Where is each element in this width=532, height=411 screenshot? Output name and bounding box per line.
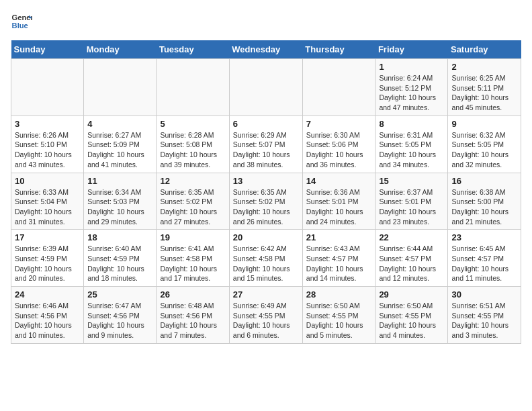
day-number: 14 bbox=[306, 176, 372, 186]
calendar-cell bbox=[157, 59, 229, 116]
calendar-week-row: 1Sunrise: 6:24 AM Sunset: 5:12 PM Daylig… bbox=[11, 59, 521, 116]
calendar-cell: 13Sunrise: 6:35 AM Sunset: 5:02 PM Dayli… bbox=[229, 173, 302, 230]
weekday-header: Friday bbox=[375, 40, 448, 59]
day-info: Sunrise: 6:44 AM Sunset: 4:57 PM Dayligh… bbox=[379, 244, 444, 283]
calendar-cell: 7Sunrise: 6:30 AM Sunset: 5:06 PM Daylig… bbox=[302, 116, 375, 173]
day-info: Sunrise: 6:47 AM Sunset: 4:56 PM Dayligh… bbox=[87, 301, 152, 340]
day-info: Sunrise: 6:26 AM Sunset: 5:10 PM Dayligh… bbox=[15, 130, 80, 170]
day-number: 13 bbox=[233, 176, 299, 186]
day-number: 8 bbox=[379, 119, 444, 129]
day-info: Sunrise: 6:29 AM Sunset: 5:07 PM Dayligh… bbox=[233, 130, 299, 170]
weekday-header: Tuesday bbox=[157, 40, 229, 59]
day-info: Sunrise: 6:46 AM Sunset: 4:56 PM Dayligh… bbox=[15, 301, 80, 340]
calendar-week-row: 24Sunrise: 6:46 AM Sunset: 4:56 PM Dayli… bbox=[11, 287, 521, 344]
day-number: 20 bbox=[233, 232, 299, 242]
day-info: Sunrise: 6:39 AM Sunset: 4:59 PM Dayligh… bbox=[15, 244, 80, 283]
calendar-cell: 11Sunrise: 6:34 AM Sunset: 5:03 PM Dayli… bbox=[84, 173, 157, 230]
day-number: 7 bbox=[306, 119, 372, 129]
calendar-cell: 28Sunrise: 6:50 AM Sunset: 4:55 PM Dayli… bbox=[302, 287, 375, 344]
day-number: 19 bbox=[160, 232, 225, 242]
day-info: Sunrise: 6:45 AM Sunset: 4:57 PM Dayligh… bbox=[451, 244, 517, 283]
calendar-header: SundayMondayTuesdayWednesdayThursdayFrid… bbox=[11, 40, 521, 59]
calendar-cell: 29Sunrise: 6:50 AM Sunset: 4:55 PM Dayli… bbox=[375, 287, 448, 344]
calendar-week-row: 3Sunrise: 6:26 AM Sunset: 5:10 PM Daylig… bbox=[11, 116, 521, 173]
calendar-cell: 1Sunrise: 6:24 AM Sunset: 5:12 PM Daylig… bbox=[375, 59, 448, 116]
svg-text:Blue: Blue bbox=[12, 21, 28, 30]
calendar-cell: 24Sunrise: 6:46 AM Sunset: 4:56 PM Dayli… bbox=[11, 287, 84, 344]
day-info: Sunrise: 6:32 AM Sunset: 5:05 PM Dayligh… bbox=[451, 130, 517, 170]
day-number: 12 bbox=[160, 176, 225, 186]
day-info: Sunrise: 6:37 AM Sunset: 5:01 PM Dayligh… bbox=[379, 187, 444, 227]
day-info: Sunrise: 6:42 AM Sunset: 4:58 PM Dayligh… bbox=[233, 244, 299, 283]
calendar-cell: 2Sunrise: 6:25 AM Sunset: 5:11 PM Daylig… bbox=[448, 59, 521, 116]
day-info: Sunrise: 6:49 AM Sunset: 4:55 PM Dayligh… bbox=[233, 301, 299, 340]
calendar-cell: 22Sunrise: 6:44 AM Sunset: 4:57 PM Dayli… bbox=[375, 230, 448, 287]
calendar-cell: 14Sunrise: 6:36 AM Sunset: 5:01 PM Dayli… bbox=[302, 173, 375, 230]
day-number: 10 bbox=[15, 176, 80, 186]
calendar-cell: 15Sunrise: 6:37 AM Sunset: 5:01 PM Dayli… bbox=[375, 173, 448, 230]
day-info: Sunrise: 6:48 AM Sunset: 4:56 PM Dayligh… bbox=[160, 301, 225, 340]
day-info: Sunrise: 6:35 AM Sunset: 5:02 PM Dayligh… bbox=[160, 187, 225, 227]
day-number: 23 bbox=[451, 232, 517, 242]
calendar-cell: 23Sunrise: 6:45 AM Sunset: 4:57 PM Dayli… bbox=[448, 230, 521, 287]
calendar-cell: 3Sunrise: 6:26 AM Sunset: 5:10 PM Daylig… bbox=[11, 116, 84, 173]
calendar-cell: 12Sunrise: 6:35 AM Sunset: 5:02 PM Dayli… bbox=[157, 173, 229, 230]
day-number: 30 bbox=[451, 289, 517, 300]
day-number: 28 bbox=[306, 289, 372, 300]
day-info: Sunrise: 6:28 AM Sunset: 5:08 PM Dayligh… bbox=[160, 130, 225, 170]
calendar-week-row: 10Sunrise: 6:33 AM Sunset: 5:04 PM Dayli… bbox=[11, 173, 521, 230]
day-number: 15 bbox=[379, 176, 444, 186]
day-info: Sunrise: 6:34 AM Sunset: 5:03 PM Dayligh… bbox=[87, 187, 152, 227]
day-number: 17 bbox=[15, 232, 80, 242]
day-number: 2 bbox=[451, 62, 517, 72]
day-number: 25 bbox=[87, 289, 152, 300]
day-info: Sunrise: 6:31 AM Sunset: 5:05 PM Dayligh… bbox=[379, 130, 444, 170]
weekday-header: Thursday bbox=[302, 40, 375, 59]
calendar-cell: 16Sunrise: 6:38 AM Sunset: 5:00 PM Dayli… bbox=[448, 173, 521, 230]
calendar-cell: 19Sunrise: 6:41 AM Sunset: 4:58 PM Dayli… bbox=[157, 230, 229, 287]
day-info: Sunrise: 6:38 AM Sunset: 5:00 PM Dayligh… bbox=[451, 187, 517, 227]
day-info: Sunrise: 6:41 AM Sunset: 4:58 PM Dayligh… bbox=[160, 244, 225, 283]
day-info: Sunrise: 6:51 AM Sunset: 4:55 PM Dayligh… bbox=[451, 301, 517, 340]
day-info: Sunrise: 6:40 AM Sunset: 4:59 PM Dayligh… bbox=[87, 244, 152, 283]
day-info: Sunrise: 6:24 AM Sunset: 5:12 PM Dayligh… bbox=[379, 73, 444, 113]
day-info: Sunrise: 6:30 AM Sunset: 5:06 PM Dayligh… bbox=[306, 130, 372, 170]
day-info: Sunrise: 6:43 AM Sunset: 4:57 PM Dayligh… bbox=[306, 244, 372, 283]
calendar-cell: 8Sunrise: 6:31 AM Sunset: 5:05 PM Daylig… bbox=[375, 116, 448, 173]
day-info: Sunrise: 6:27 AM Sunset: 5:09 PM Dayligh… bbox=[87, 130, 152, 170]
day-info: Sunrise: 6:36 AM Sunset: 5:01 PM Dayligh… bbox=[306, 187, 372, 227]
weekday-header: Saturday bbox=[448, 40, 521, 59]
calendar-cell bbox=[84, 59, 157, 116]
day-number: 26 bbox=[160, 289, 225, 300]
calendar-cell: 20Sunrise: 6:42 AM Sunset: 4:58 PM Dayli… bbox=[229, 230, 302, 287]
calendar-cell: 25Sunrise: 6:47 AM Sunset: 4:56 PM Dayli… bbox=[84, 287, 157, 344]
calendar-cell: 4Sunrise: 6:27 AM Sunset: 5:09 PM Daylig… bbox=[84, 116, 157, 173]
day-number: 3 bbox=[15, 119, 80, 129]
calendar-cell: 5Sunrise: 6:28 AM Sunset: 5:08 PM Daylig… bbox=[157, 116, 229, 173]
calendar-cell: 18Sunrise: 6:40 AM Sunset: 4:59 PM Dayli… bbox=[84, 230, 157, 287]
day-number: 29 bbox=[379, 289, 444, 300]
day-number: 21 bbox=[306, 232, 372, 242]
calendar-cell: 9Sunrise: 6:32 AM Sunset: 5:05 PM Daylig… bbox=[448, 116, 521, 173]
weekday-header: Wednesday bbox=[229, 40, 302, 59]
calendar-table: SundayMondayTuesdayWednesdayThursdayFrid… bbox=[11, 40, 521, 344]
day-number: 24 bbox=[15, 289, 80, 300]
day-info: Sunrise: 6:33 AM Sunset: 5:04 PM Dayligh… bbox=[15, 187, 80, 227]
day-number: 5 bbox=[160, 119, 225, 129]
day-info: Sunrise: 6:35 AM Sunset: 5:02 PM Dayligh… bbox=[233, 187, 299, 227]
day-number: 11 bbox=[87, 176, 152, 186]
day-number: 27 bbox=[233, 289, 299, 300]
day-number: 1 bbox=[379, 62, 444, 72]
calendar-cell bbox=[229, 59, 302, 116]
day-number: 22 bbox=[379, 232, 444, 242]
calendar-cell: 30Sunrise: 6:51 AM Sunset: 4:55 PM Dayli… bbox=[448, 287, 521, 344]
calendar-cell: 27Sunrise: 6:49 AM Sunset: 4:55 PM Dayli… bbox=[229, 287, 302, 344]
day-info: Sunrise: 6:25 AM Sunset: 5:11 PM Dayligh… bbox=[451, 73, 517, 113]
logo-icon: General Blue bbox=[11, 11, 32, 32]
calendar-cell: 17Sunrise: 6:39 AM Sunset: 4:59 PM Dayli… bbox=[11, 230, 84, 287]
calendar-cell bbox=[302, 59, 375, 116]
day-number: 18 bbox=[87, 232, 152, 242]
weekday-header: Sunday bbox=[11, 40, 84, 59]
calendar-cell bbox=[11, 59, 84, 116]
day-info: Sunrise: 6:50 AM Sunset: 4:55 PM Dayligh… bbox=[379, 301, 444, 340]
